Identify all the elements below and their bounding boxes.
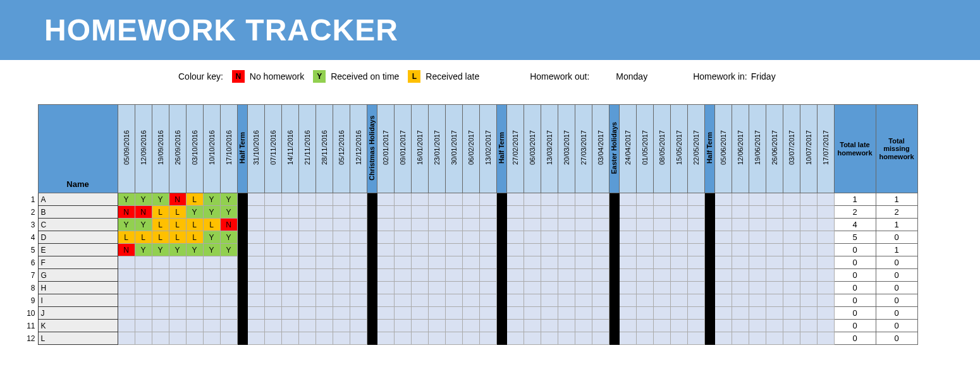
- mark-cell[interactable]: [411, 294, 428, 307]
- mark-cell[interactable]: L: [169, 231, 186, 244]
- mark-cell[interactable]: [732, 269, 749, 282]
- mark-cell[interactable]: [298, 282, 315, 294]
- mark-cell[interactable]: [298, 294, 315, 307]
- mark-cell[interactable]: [462, 320, 479, 332]
- mark-cell[interactable]: [135, 320, 152, 332]
- mark-cell[interactable]: [817, 307, 834, 320]
- mark-cell[interactable]: [800, 244, 817, 256]
- mark-cell[interactable]: [411, 307, 428, 320]
- mark-cell[interactable]: [766, 244, 783, 256]
- mark-cell[interactable]: [783, 219, 800, 231]
- mark-cell[interactable]: L: [169, 219, 186, 231]
- mark-cell[interactable]: [186, 256, 203, 269]
- mark-cell[interactable]: [428, 193, 445, 206]
- mark-cell[interactable]: [445, 231, 462, 244]
- mark-cell[interactable]: [592, 231, 609, 244]
- mark-cell[interactable]: [653, 282, 670, 294]
- mark-cell[interactable]: [411, 244, 428, 256]
- mark-cell[interactable]: [524, 332, 541, 345]
- mark-cell[interactable]: [377, 219, 394, 231]
- mark-cell[interactable]: Y: [220, 231, 237, 244]
- mark-cell[interactable]: L: [186, 193, 203, 206]
- mark-cell[interactable]: [264, 294, 281, 307]
- mark-cell[interactable]: [670, 307, 687, 320]
- mark-cell[interactable]: [333, 332, 350, 345]
- mark-cell[interactable]: [732, 294, 749, 307]
- mark-cell[interactable]: [749, 282, 766, 294]
- mark-cell[interactable]: [350, 307, 367, 320]
- mark-cell[interactable]: [264, 320, 281, 332]
- mark-cell[interactable]: [247, 269, 264, 282]
- mark-cell[interactable]: [714, 294, 732, 307]
- mark-cell[interactable]: [428, 256, 445, 269]
- mark-cell[interactable]: [506, 269, 524, 282]
- mark-cell[interactable]: [653, 206, 670, 219]
- mark-cell[interactable]: [315, 193, 333, 206]
- mark-cell[interactable]: [541, 307, 558, 320]
- mark-cell[interactable]: [247, 193, 264, 206]
- student-name-cell[interactable]: A: [38, 193, 118, 206]
- mark-cell[interactable]: [428, 269, 445, 282]
- mark-cell[interactable]: [575, 206, 592, 219]
- mark-cell[interactable]: [333, 256, 350, 269]
- mark-cell[interactable]: [524, 282, 541, 294]
- mark-cell[interactable]: [575, 193, 592, 206]
- mark-cell[interactable]: Y: [220, 244, 237, 256]
- mark-cell[interactable]: [817, 256, 834, 269]
- mark-cell[interactable]: Y: [186, 206, 203, 219]
- mark-cell[interactable]: [377, 269, 394, 282]
- mark-cell[interactable]: [732, 282, 749, 294]
- mark-cell[interactable]: [281, 332, 298, 345]
- homework-out-value[interactable]: Monday: [616, 71, 647, 81]
- mark-cell[interactable]: [411, 320, 428, 332]
- mark-cell[interactable]: [619, 294, 636, 307]
- mark-cell[interactable]: [800, 206, 817, 219]
- mark-cell[interactable]: [732, 307, 749, 320]
- mark-cell[interactable]: [619, 282, 636, 294]
- mark-cell[interactable]: [558, 206, 575, 219]
- mark-cell[interactable]: [315, 307, 333, 320]
- mark-cell[interactable]: [653, 193, 670, 206]
- mark-cell[interactable]: [298, 244, 315, 256]
- mark-cell[interactable]: [636, 332, 653, 345]
- mark-cell[interactable]: [592, 256, 609, 269]
- mark-cell[interactable]: [203, 307, 220, 320]
- mark-cell[interactable]: [670, 193, 687, 206]
- mark-cell[interactable]: [506, 256, 524, 269]
- mark-cell[interactable]: [524, 231, 541, 244]
- mark-cell[interactable]: [558, 332, 575, 345]
- mark-cell[interactable]: [135, 269, 152, 282]
- mark-cell[interactable]: [445, 269, 462, 282]
- mark-cell[interactable]: [732, 256, 749, 269]
- mark-cell[interactable]: [298, 206, 315, 219]
- mark-cell[interactable]: [350, 206, 367, 219]
- mark-cell[interactable]: [118, 307, 135, 320]
- mark-cell[interactable]: [558, 282, 575, 294]
- mark-cell[interactable]: [575, 294, 592, 307]
- mark-cell[interactable]: [462, 193, 479, 206]
- mark-cell[interactable]: Y: [203, 231, 220, 244]
- mark-cell[interactable]: [592, 332, 609, 345]
- student-name-cell[interactable]: D: [38, 231, 118, 244]
- mark-cell[interactable]: [186, 269, 203, 282]
- mark-cell[interactable]: [506, 307, 524, 320]
- mark-cell[interactable]: [653, 320, 670, 332]
- mark-cell[interactable]: [653, 307, 670, 320]
- mark-cell[interactable]: [766, 294, 783, 307]
- mark-cell[interactable]: [636, 294, 653, 307]
- mark-cell[interactable]: Y: [152, 193, 169, 206]
- mark-cell[interactable]: [783, 193, 800, 206]
- mark-cell[interactable]: [152, 294, 169, 307]
- mark-cell[interactable]: [749, 231, 766, 244]
- mark-cell[interactable]: [445, 244, 462, 256]
- mark-cell[interactable]: [766, 231, 783, 244]
- mark-cell[interactable]: [411, 269, 428, 282]
- mark-cell[interactable]: [670, 269, 687, 282]
- mark-cell[interactable]: [428, 332, 445, 345]
- mark-cell[interactable]: [281, 294, 298, 307]
- mark-cell[interactable]: [714, 307, 732, 320]
- mark-cell[interactable]: [479, 219, 496, 231]
- mark-cell[interactable]: [445, 219, 462, 231]
- mark-cell[interactable]: [315, 256, 333, 269]
- mark-cell[interactable]: [619, 269, 636, 282]
